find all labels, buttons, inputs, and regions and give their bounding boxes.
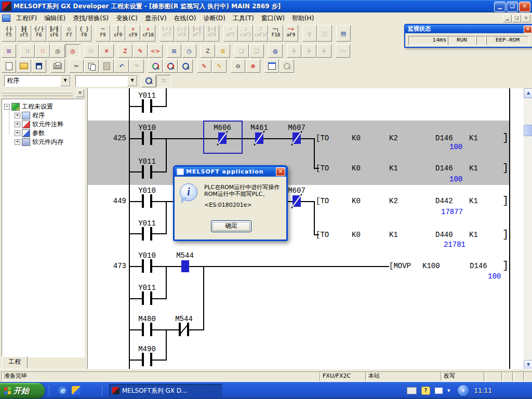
mdi-close-button[interactable]: ×: [522, 15, 530, 22]
instruction-token[interactable]: D146: [470, 262, 487, 270]
erase-line-button[interactable]: ─✕aF9: [284, 25, 298, 42]
comment-edit-icon[interactable]: ✎: [133, 44, 148, 58]
parallel-closed-contact-button[interactable]: ╟/╢sF6: [47, 25, 61, 42]
keyboard-tray-icon[interactable]: [407, 387, 417, 394]
instruction-token[interactable]: K1: [469, 197, 478, 205]
open-contact-button[interactable]: ┤├F5: [2, 25, 16, 42]
statement-edit-icon[interactable]: <>: [148, 44, 163, 58]
menu-edit[interactable]: 编辑(E): [41, 12, 69, 24]
insert-mode-button[interactable]: ✎: [212, 59, 227, 73]
instruction-token[interactable]: K0: [352, 164, 361, 172]
instruction-token[interactable]: K1: [469, 164, 478, 172]
menu-online[interactable]: 在线(O): [170, 12, 200, 24]
device-test-icon[interactable]: Z: [118, 44, 132, 58]
print-button[interactable]: [50, 59, 65, 73]
instruction-token[interactable]: K1: [469, 231, 478, 239]
open-contact[interactable]: [142, 131, 152, 145]
stack-monitor-icon[interactable]: ≣: [216, 44, 230, 58]
parallel-open-contact-button[interactable]: ╟╢sF5: [17, 25, 31, 42]
delete-vline-button[interactable]: ✕cF10: [141, 25, 155, 42]
instruction-token[interactable]: K1: [389, 231, 398, 239]
tree-close-button[interactable]: ×: [76, 89, 84, 97]
tree-item-device-memory[interactable]: + 软元件内存: [15, 138, 63, 146]
help-tray-icon[interactable]: ?: [421, 387, 430, 395]
expand-icon[interactable]: +: [15, 122, 20, 127]
expand-icon[interactable]: +: [15, 130, 20, 136]
find-contact-coil-button[interactable]: [178, 59, 193, 73]
tree-item-program[interactable]: + 程序: [15, 111, 45, 119]
quicklaunch-app-icon[interactable]: [72, 386, 81, 395]
application-instruction-button[interactable]: { }F8: [77, 25, 91, 42]
menu-tools[interactable]: 工具(T): [229, 12, 258, 24]
instruction-token[interactable]: D442: [435, 197, 453, 205]
instruction-token[interactable]: [TO: [316, 231, 329, 239]
network-monitor-icon[interactable]: ◍: [268, 44, 283, 58]
minimize-button[interactable]: ▁: [494, 2, 506, 12]
close-button[interactable]: ×: [519, 2, 530, 12]
expand-icon[interactable]: +: [15, 113, 20, 118]
monitor-close-button[interactable]: ×: [524, 25, 532, 33]
start-button[interactable]: 开始: [0, 383, 45, 398]
vertical-line-button[interactable]: │sF9: [111, 25, 125, 42]
instruction-token[interactable]: [TO: [316, 134, 329, 142]
internet-explorer-icon[interactable]: e: [58, 386, 67, 395]
write-mode-button[interactable]: ✎: [197, 59, 211, 73]
tree-item-device-comment[interactable]: + 软元件注释: [15, 120, 63, 128]
expand-icon[interactable]: +: [15, 139, 20, 145]
dropdown-arrow-icon[interactable]: ▼: [127, 76, 137, 86]
closed-contact-energized[interactable]: [289, 193, 304, 209]
vertical-scrollbar[interactable]: ▲ ▼: [524, 88, 532, 369]
menu-find-replace[interactable]: 查找/替换(S): [69, 12, 112, 24]
menu-project[interactable]: 工程(F): [12, 12, 41, 24]
instruction-token[interactable]: K0: [352, 134, 361, 142]
open-contact-energized[interactable]: [181, 260, 189, 272]
find-string-button[interactable]: [148, 59, 163, 73]
ladder-editor[interactable]: Y011 425 Y010 Y011 M606 M461 M607 [TO K0…: [87, 88, 524, 369]
zoom-out-button[interactable]: ⊖: [231, 59, 245, 73]
instruction-token[interactable]: K2: [389, 197, 398, 205]
project-tab[interactable]: 工程: [2, 356, 28, 368]
toolbar-gripper[interactable]: [2, 94, 73, 96]
step-run-icon[interactable]: Z: [201, 44, 215, 58]
open-project-button[interactable]: [17, 59, 31, 73]
monitor-write-mode-icon[interactable]: ◎: [65, 44, 80, 58]
comment-display-button[interactable]: [264, 59, 279, 73]
ok-button[interactable]: 确定: [211, 220, 251, 232]
menu-help[interactable]: 帮助(H): [288, 12, 317, 24]
menu-convert[interactable]: 变换(C): [112, 12, 141, 24]
instruction-token[interactable]: D146: [435, 164, 453, 172]
zoom-in-button[interactable]: ⊕: [246, 59, 260, 73]
collapse-icon[interactable]: −: [4, 104, 10, 110]
instruction-token[interactable]: K100: [422, 262, 440, 270]
undo-button[interactable]: ↶: [114, 59, 129, 73]
scan-time-monitor-icon[interactable]: ◷: [182, 44, 196, 58]
mdi-minimize-button[interactable]: ▁: [503, 15, 512, 22]
open-contact[interactable]: [142, 165, 152, 179]
closed-contact-energized[interactable]: [289, 130, 304, 146]
language-caret-icon[interactable]: ▾: [447, 387, 450, 394]
open-contact[interactable]: [142, 194, 152, 208]
tree-item-root[interactable]: − 工程未设置: [4, 102, 53, 111]
mdi-child-icon[interactable]: [2, 15, 10, 22]
project-tree-toggle-button[interactable]: ∷: [156, 75, 171, 87]
instruction-token[interactable]: D146: [435, 134, 453, 142]
open-contact[interactable]: [142, 291, 152, 305]
instruction-token[interactable]: K0: [352, 231, 361, 239]
instruction-token[interactable]: [TO: [316, 164, 329, 172]
instruction-token[interactable]: [MOVP: [389, 262, 411, 270]
edit-tree-icon[interactable]: ∷: [35, 44, 50, 58]
instruction-token[interactable]: K2: [389, 134, 398, 142]
menu-view[interactable]: 显示(V): [141, 12, 170, 24]
closed-contact-energized[interactable]: [251, 130, 267, 146]
draw-line-button[interactable]: ─┐F10: [269, 25, 283, 42]
dialog-close-button[interactable]: ×: [276, 167, 285, 176]
open-contact[interactable]: [142, 227, 152, 241]
dropdown-arrow-icon[interactable]: ▼: [60, 76, 70, 86]
ladder-test-icon[interactable]: ▤: [336, 25, 351, 42]
scroll-up-button[interactable]: ▲: [524, 88, 532, 98]
block-exchange-icon[interactable]: ⊞: [167, 44, 181, 58]
restore-button[interactable]: ❏: [507, 2, 518, 12]
instruction-token[interactable]: K1: [469, 134, 478, 142]
horizontal-line-button[interactable]: ─F9: [96, 25, 110, 42]
open-contact[interactable]: [142, 99, 152, 113]
